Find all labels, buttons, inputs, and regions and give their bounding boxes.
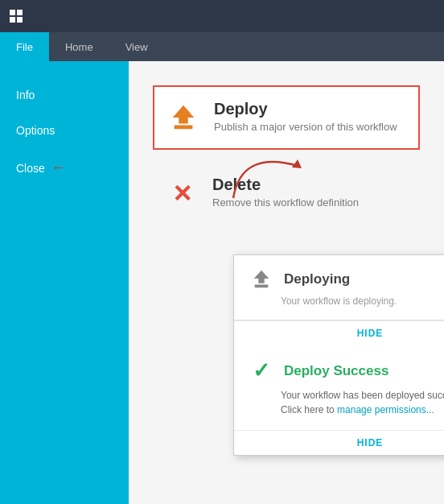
- sidebar-item-info[interactable]: Info: [0, 77, 129, 113]
- deploying-hide-button[interactable]: HIDE: [234, 320, 444, 345]
- sidebar-item-options[interactable]: Options: [0, 113, 129, 148]
- menu-file[interactable]: File: [0, 32, 49, 61]
- app-logo: [6, 6, 26, 26]
- close-arrow-icon: ←: [51, 159, 66, 176]
- deploying-header: Deploying: [250, 268, 444, 291]
- success-text: Your workflow has been deployed successf…: [281, 388, 444, 417]
- svg-rect-4: [255, 285, 269, 288]
- delete-action-text: Delete Remove this workflow definition: [212, 176, 359, 209]
- svg-marker-0: [173, 105, 195, 124]
- notification-panel: Deploying Your workflow is deploying. HI…: [233, 254, 444, 456]
- svg-marker-3: [254, 271, 269, 283]
- deploying-section: Deploying Your workflow is deploying.: [234, 255, 444, 320]
- sidebar: Info Options Close ←: [0, 61, 129, 504]
- menu-bar: File Home View: [0, 32, 444, 61]
- success-hide-button[interactable]: HIDE: [234, 430, 444, 455]
- title-bar: [0, 0, 444, 32]
- content-area: Deploy Publish a major version of this w…: [129, 61, 444, 504]
- deploy-icon: [166, 100, 201, 135]
- deploy-action-text: Deploy Publish a major version of this w…: [214, 100, 397, 133]
- menu-home[interactable]: Home: [49, 32, 109, 61]
- deploying-icon: [250, 268, 273, 291]
- deploy-action-card[interactable]: Deploy Publish a major version of this w…: [153, 85, 420, 150]
- manage-permissions-link[interactable]: manage permissions...: [337, 404, 434, 415]
- delete-icon: ✕: [164, 176, 199, 211]
- delete-action-card[interactable]: ✕ Delete Remove this workflow definition: [153, 163, 420, 224]
- menu-view[interactable]: View: [109, 32, 164, 61]
- success-header: ✓ Deploy Success: [250, 358, 444, 383]
- svg-rect-1: [175, 126, 193, 130]
- main-layout: Info Options Close ← Deploy Publish a ma…: [0, 61, 444, 504]
- sidebar-item-close[interactable]: Close ←: [0, 148, 129, 188]
- success-section: ✓ Deploy Success Your workflow has been …: [234, 345, 444, 430]
- success-checkmark-icon: ✓: [250, 358, 273, 383]
